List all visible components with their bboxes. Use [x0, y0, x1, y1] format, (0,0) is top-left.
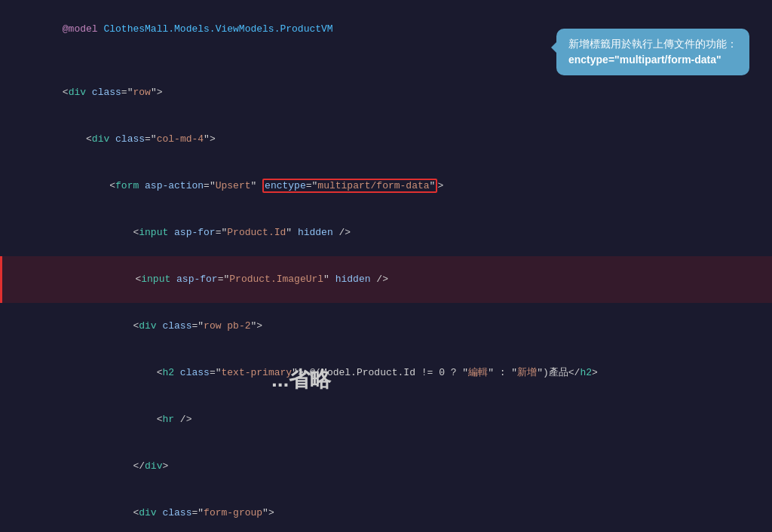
line-h2: <h2 class="text-primary"> @(Model.Produc…: [0, 350, 772, 396]
line-input-imageurl: <input asp-for="Product.ImageUrl" hidden…: [0, 256, 772, 303]
line-fg-name-open: <div class="form-group">: [0, 490, 772, 532]
line-col-md-4: <div class="col-md-4">: [0, 116, 772, 163]
line-form: <form asp-action="Upsert" enctype="multi…: [0, 163, 772, 209]
line-row-pb2: <div class="row pb-2">: [0, 303, 772, 350]
line-close-div1: </div>: [0, 443, 772, 490]
omit-text: ...省略: [271, 365, 331, 394]
callout-bubble: 新增標籤用於執行上傳文件的功能： enctype="multipart/form…: [556, 29, 749, 75]
line-div-row: <div class="row">: [0, 69, 772, 116]
callout-line1: 新增標籤用於執行上傳文件的功能：: [568, 38, 737, 50]
line-input-id: <input asp-for="Product.Id" hidden />: [0, 209, 772, 256]
line-hr: <hr />: [0, 396, 772, 443]
callout-line2: enctype="multipart/form-data": [568, 54, 721, 66]
code-editor: @model ClothesMall.Models.ViewModels.Pro…: [0, 0, 772, 532]
